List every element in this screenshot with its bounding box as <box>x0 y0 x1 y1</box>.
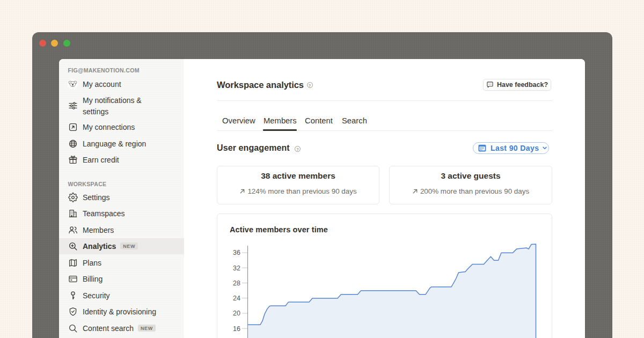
svg-text:24: 24 <box>233 295 240 302</box>
svg-text:28: 28 <box>233 280 240 287</box>
svg-text:20: 20 <box>233 310 240 317</box>
svg-text:16: 16 <box>233 325 240 333</box>
svg-text:32: 32 <box>233 264 240 272</box>
svg-text:36: 36 <box>233 249 240 256</box>
